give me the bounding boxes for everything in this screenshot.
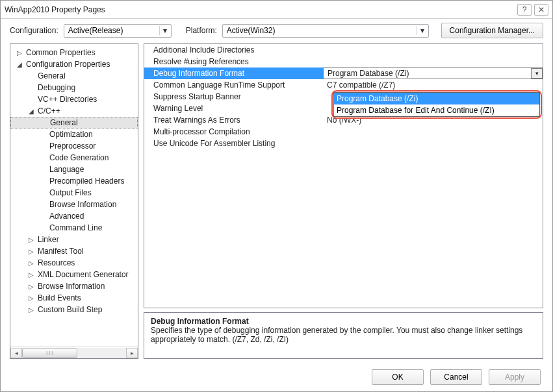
property-value[interactable] xyxy=(323,56,543,67)
property-value[interactable]: C7 compatible (/Z7) xyxy=(323,79,543,91)
debug-format-dropdown[interactable]: Program Database (/Zi)Program Database f… xyxy=(331,90,542,119)
tree-item-label: Optimization xyxy=(47,130,93,139)
tree-item[interactable]: General xyxy=(10,70,138,82)
scroll-thumb[interactable]: ׀׀׀ xyxy=(22,349,77,358)
window-title: WinApp2010 Property Pages xyxy=(5,5,515,14)
apply-button[interactable]: Apply xyxy=(489,369,541,385)
property-value[interactable] xyxy=(323,138,543,149)
tree-item[interactable]: Precompiled Headers xyxy=(10,175,138,187)
property-value[interactable]: Program Database (/Zi)▾ xyxy=(323,67,543,79)
toolbar: Configuration: Active(Release) ▾ Platfor… xyxy=(1,19,552,42)
expand-icon[interactable]: ▷ xyxy=(27,248,35,255)
platform-label: Platform: xyxy=(186,26,217,35)
configuration-label: Configuration: xyxy=(10,26,58,35)
cancel-button[interactable]: Cancel xyxy=(430,369,482,385)
expand-icon[interactable]: ▷ xyxy=(27,295,35,302)
tree-item[interactable]: ▷Common Properties xyxy=(10,47,138,58)
expand-icon[interactable]: ▷ xyxy=(27,306,35,313)
tree-item-label: Resources xyxy=(35,258,75,267)
property-value[interactable] xyxy=(323,44,543,56)
configuration-value: Active(Release) xyxy=(64,26,159,35)
property-value[interactable] xyxy=(323,126,543,138)
tree-item-label: Browse Information xyxy=(47,200,116,209)
tree-item[interactable]: ▷Linker xyxy=(10,234,138,245)
expand-icon[interactable]: ◢ xyxy=(27,108,35,115)
tree-item[interactable]: ▷XML Document Generator xyxy=(10,269,138,280)
tree-item[interactable]: Output Files xyxy=(10,187,138,199)
tree-item-label: Common Properties xyxy=(23,48,96,57)
expand-icon[interactable]: ▷ xyxy=(27,271,35,278)
tree-item[interactable]: VC++ Directories xyxy=(10,93,138,105)
ok-button[interactable]: OK xyxy=(372,369,424,385)
property-name: Additional Include Directories xyxy=(144,44,323,56)
description-body: Specifies the type of debugging informat… xyxy=(151,326,536,344)
tree-item-label: XML Document Generator xyxy=(35,270,129,279)
tree-item[interactable]: ▷Custom Build Step xyxy=(10,304,138,315)
expand-icon[interactable]: ▷ xyxy=(27,283,35,290)
tree[interactable]: ▷Common Properties◢Configuration Propert… xyxy=(10,44,138,347)
tree-item[interactable]: Preprocessor xyxy=(10,140,138,152)
expand-icon[interactable]: ▷ xyxy=(16,49,23,56)
tree-item[interactable]: Language xyxy=(10,164,138,175)
property-row[interactable]: Debug Information FormatProgram Database… xyxy=(144,67,543,79)
dropdown-option[interactable]: Program Database for Edit And Continue (… xyxy=(334,104,539,116)
expand-icon[interactable]: ▷ xyxy=(27,260,35,267)
platform-combo[interactable]: Active(Win32) ▾ xyxy=(222,24,429,38)
property-name: Treat Warnings As Errors xyxy=(144,114,323,126)
tree-item[interactable]: Advanced xyxy=(10,210,138,222)
tree-item-label: Precompiled Headers xyxy=(47,177,124,186)
dropdown-option[interactable]: Program Database (/Zi) xyxy=(334,93,539,104)
tree-item-label: Code Generation xyxy=(47,153,109,162)
tree-item[interactable]: Code Generation xyxy=(10,152,138,164)
property-name: Suppress Startup Banner xyxy=(144,91,323,103)
tree-item[interactable]: ◢Configuration Properties xyxy=(10,58,138,70)
property-row[interactable]: Use Unicode For Assembler Listing xyxy=(144,138,543,149)
tree-item[interactable]: ▷Manifest Tool xyxy=(10,245,138,257)
tree-item[interactable]: General xyxy=(10,117,138,129)
property-name: Warning Level xyxy=(144,103,323,114)
tree-item[interactable]: ◢C/C++ xyxy=(10,105,138,117)
tree-item-label: Preprocessor xyxy=(47,141,96,151)
expand-icon[interactable]: ▷ xyxy=(27,236,35,243)
tree-item[interactable]: ▷Browse Information xyxy=(10,280,138,292)
tree-item-label: General xyxy=(35,71,66,80)
tree-item-label: Output Files xyxy=(47,188,92,197)
help-button[interactable]: ? xyxy=(517,4,532,16)
tree-item[interactable]: Browse Information xyxy=(10,199,138,210)
tree-item-label: Custom Build Step xyxy=(35,305,102,314)
scroll-right-button[interactable]: ▸ xyxy=(126,348,138,358)
scroll-track[interactable]: ׀׀׀ xyxy=(22,348,126,358)
tree-item-label: Manifest Tool xyxy=(35,247,83,256)
property-name: Use Unicode For Assembler Listing xyxy=(144,138,323,149)
tree-item[interactable]: Optimization xyxy=(10,129,138,140)
tree-item-label: Linker xyxy=(35,235,59,244)
property-name: Multi-processor Compilation xyxy=(144,126,323,138)
configuration-combo[interactable]: Active(Release) ▾ xyxy=(64,24,172,38)
property-row[interactable]: Resolve #using References xyxy=(144,56,543,67)
tree-item-label: Advanced xyxy=(47,212,84,221)
property-row[interactable]: Common Language RunTime SupportC7 compat… xyxy=(144,79,543,91)
tree-item[interactable]: ▷Resources xyxy=(10,257,138,269)
tree-item[interactable]: ▷Build Events xyxy=(10,292,138,304)
chevron-down-icon: ▾ xyxy=(417,26,428,35)
close-button[interactable]: ✕ xyxy=(534,4,548,16)
configuration-manager-button[interactable]: Configuration Manager... xyxy=(441,23,543,38)
tree-item[interactable]: Debugging xyxy=(10,82,138,93)
tree-item[interactable]: Command Line xyxy=(10,222,138,234)
scroll-left-button[interactable]: ◂ xyxy=(10,348,22,358)
chevron-down-icon[interactable]: ▾ xyxy=(531,68,543,79)
tree-item-label: Browse Information xyxy=(35,282,105,291)
expand-icon[interactable]: ◢ xyxy=(16,61,23,68)
property-name: Resolve #using References xyxy=(144,56,323,67)
property-row[interactable]: Additional Include Directories xyxy=(144,44,543,56)
property-name: Debug Information Format xyxy=(144,67,323,79)
property-row[interactable]: Multi-processor Compilation xyxy=(144,126,543,138)
hscrollbar[interactable]: ◂ ׀׀׀ ▸ xyxy=(10,347,138,358)
property-grid: Additional Include DirectoriesResolve #u… xyxy=(144,43,543,308)
description-panel: Debug Information Format Specifies the t… xyxy=(144,312,543,359)
tree-item-label: Configuration Properties xyxy=(23,60,110,69)
chevron-down-icon: ▾ xyxy=(159,26,171,35)
property-name: Common Language RunTime Support xyxy=(144,79,323,91)
tree-item-label: Build Events xyxy=(35,293,81,302)
tree-panel: ▷Common Properties◢Configuration Propert… xyxy=(10,43,138,359)
